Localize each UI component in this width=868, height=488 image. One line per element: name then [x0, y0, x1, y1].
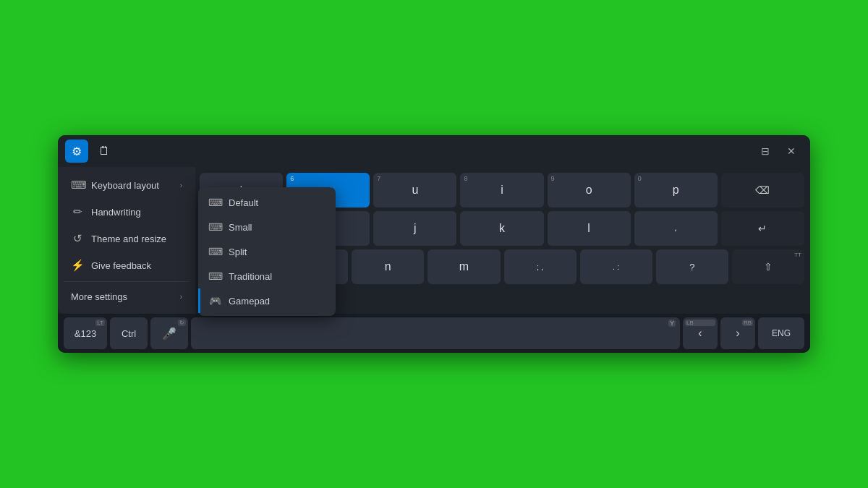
dropdown-item-small[interactable]: ⌨ Small	[198, 215, 336, 239]
pin-icon: ⊟	[761, 145, 770, 157]
gear-icon: ⚙	[72, 145, 82, 158]
title-bar-left: ⚙ 🗒	[65, 140, 116, 163]
key-ctrl[interactable]: Ctrl	[110, 317, 148, 349]
layout-traditional-icon: ⌨	[208, 270, 221, 282]
sidebar-item-feedback[interactable]: ⚡ Give feedback	[61, 252, 192, 278]
key-left[interactable]: LB ‹	[683, 317, 718, 349]
layout-default-icon: ⌨	[208, 197, 221, 208]
mic-icon: 🎤	[162, 327, 176, 341]
right-arrow-icon: ›	[736, 327, 739, 340]
dropdown-item-default[interactable]: ⌨ Default	[198, 190, 336, 215]
key-num-sym[interactable]: LT &123	[64, 317, 107, 349]
dropdown-item-label: Default	[229, 197, 258, 208]
dropdown-item-gamepad[interactable]: 🎮 Gamepad	[198, 288, 336, 313]
chevron-right-icon: ›	[180, 181, 182, 189]
key-num-label: 8	[464, 175, 467, 182]
sidebar-item-label: Handwriting	[91, 207, 141, 218]
key-label: m	[459, 260, 469, 273]
key-k[interactable]: k	[460, 211, 543, 246]
key-lang[interactable]: ENG	[758, 317, 804, 349]
lt-badge: LT	[95, 320, 105, 326]
dropdown-item-label: Gamepad	[229, 296, 270, 307]
key-enter[interactable]: ↵	[721, 211, 804, 246]
key-label: i	[501, 184, 503, 197]
key-num-label: 6	[290, 175, 294, 182]
key-backspace[interactable]: ⌫	[721, 173, 804, 207]
backspace-icon: ⌫	[755, 184, 770, 196]
layout-small-icon: ⌨	[208, 221, 221, 233]
num-sym-label: &123	[75, 328, 96, 339]
key-apostrophe[interactable]: ،	[634, 211, 718, 246]
chevron-right-icon: ›	[180, 293, 182, 301]
dropdown-item-split[interactable]: ⌨ Split	[198, 239, 336, 264]
key-label: j	[414, 222, 417, 235]
key-p[interactable]: 0 p	[634, 173, 718, 207]
key-num-label: 0	[638, 175, 642, 182]
enter-icon: ↵	[758, 223, 767, 234]
layout-dropdown-menu: ⌨ Default ⌨ Small ⌨ Split ⌨ Traditional …	[198, 187, 336, 316]
sidebar-item-handwriting[interactable]: ✏ Handwriting	[61, 199, 192, 225]
lang-label: ENG	[772, 328, 791, 338]
key-i[interactable]: 8 i	[460, 173, 543, 207]
key-period[interactable]: . :	[580, 249, 652, 284]
left-arrow-icon: ‹	[698, 327, 702, 340]
key-num-label: 7	[377, 175, 380, 182]
key-label: ; ,	[537, 262, 543, 271]
key-shift[interactable]: ⇧ TT	[732, 249, 804, 284]
key-u[interactable]: 7 u	[373, 173, 456, 207]
key-o[interactable]: 9 o	[548, 173, 631, 207]
pen-icon: ✏	[71, 205, 84, 218]
key-label: . :	[613, 262, 619, 271]
key-label: p	[673, 184, 679, 197]
title-bar-right: ⊟ ✕	[754, 141, 803, 161]
layout-split-icon: ⌨	[208, 246, 221, 257]
sidebar-item-theme[interactable]: ↺ Theme and resize	[61, 226, 192, 252]
key-question[interactable]: ?	[656, 249, 728, 284]
mic-badge: ↻	[178, 320, 186, 326]
key-spacebar[interactable]: Y	[191, 317, 680, 349]
feedback-icon: ⚡	[71, 259, 84, 272]
theme-icon: ↺	[71, 232, 84, 245]
sidebar: ⌨ Keyboard layout › ✏ Handwriting ↺ Them…	[58, 167, 195, 314]
ctrl-label: Ctrl	[122, 328, 136, 339]
lb-badge: LB	[685, 320, 715, 326]
key-l[interactable]: l	[548, 211, 631, 246]
key-num-label: 9	[551, 175, 555, 182]
rb-badge: RB	[742, 320, 753, 326]
clipboard-button[interactable]: 🗒	[93, 140, 116, 163]
bottom-bar: LT &123 Ctrl ↻ 🎤 Y LB ‹ RB › ENG	[58, 314, 810, 353]
key-label: ?	[689, 262, 694, 273]
sidebar-item-keyboard-layout[interactable]: ⌨ Keyboard layout ›	[61, 172, 192, 198]
key-label: u	[412, 184, 418, 197]
key-n[interactable]: n	[352, 249, 424, 284]
shift-badge: TT	[794, 252, 801, 258]
key-label: ،	[674, 224, 677, 234]
key-m[interactable]: m	[427, 249, 500, 284]
sidebar-item-label: Give feedback	[91, 260, 151, 271]
key-label: n	[385, 260, 391, 273]
sidebar-divider	[64, 281, 190, 282]
dropdown-item-traditional[interactable]: ⌨ Traditional	[198, 264, 336, 288]
sidebar-item-label: Theme and resize	[91, 234, 166, 244]
close-button[interactable]: ✕	[780, 141, 803, 161]
key-right[interactable]: RB ›	[720, 317, 755, 349]
y-badge: Y	[668, 320, 676, 327]
keyboard-icon: ⌨	[71, 179, 84, 192]
gamepad-icon: 🎮	[208, 295, 221, 307]
keyboard-window: ⚙ 🗒 ⊟ ✕ ⌨ Keyboard layout › ✏	[58, 135, 810, 353]
key-label: o	[586, 184, 592, 197]
sidebar-item-more-settings[interactable]: More settings ›	[61, 285, 192, 309]
key-j[interactable]: j	[373, 211, 456, 246]
pin-button[interactable]: ⊟	[754, 141, 777, 161]
clipboard-icon: 🗒	[98, 145, 110, 158]
key-comma[interactable]: ; ,	[504, 249, 576, 284]
dropdown-item-label: Split	[229, 247, 247, 257]
sidebar-item-label: Keyboard layout	[91, 180, 159, 191]
title-bar: ⚙ 🗒 ⊟ ✕	[58, 135, 810, 167]
key-mic[interactable]: ↻ 🎤	[150, 317, 188, 349]
shift-icon: ⇧	[764, 261, 773, 273]
settings-button[interactable]: ⚙	[65, 140, 88, 163]
key-label: k	[499, 222, 505, 235]
dropdown-item-label: Small	[229, 222, 252, 233]
dropdown-item-label: Traditional	[229, 271, 272, 282]
